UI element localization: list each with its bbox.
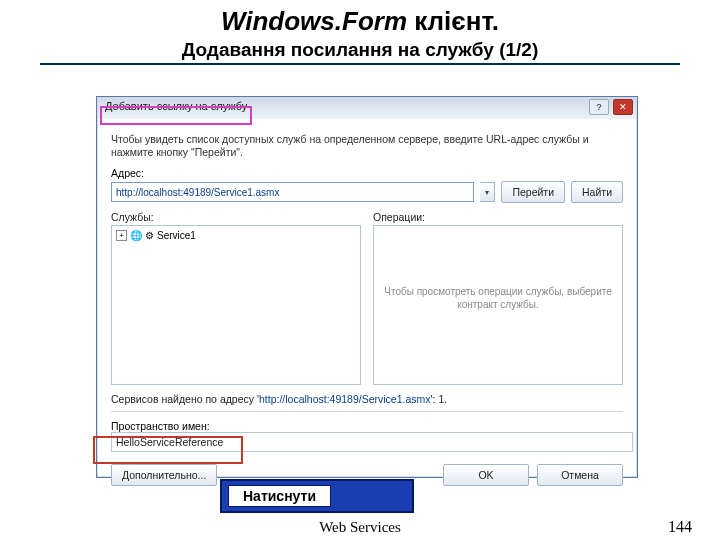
address-label: Адрес: (111, 167, 623, 179)
services-pane[interactable]: + 🌐 ⚙ Service1 (111, 225, 361, 385)
namespace-label: Пространство имен: (111, 420, 623, 432)
cancel-button[interactable]: Отмена (537, 464, 623, 486)
find-button[interactable]: Найти (571, 181, 623, 203)
divider (40, 63, 680, 65)
divider (111, 411, 623, 412)
go-button[interactable]: Перейти (501, 181, 565, 203)
highlight-advanced (93, 436, 243, 464)
close-button[interactable]: ✕ (613, 99, 633, 115)
operations-pane: Чтобы просмотреть операции службы, выбер… (373, 225, 623, 385)
dialog-window: Добавить ссылку на службу ? ✕ Чтобы увид… (96, 96, 638, 478)
callout-box: Натиснути (220, 479, 414, 513)
gear-icon: ⚙ (145, 230, 154, 241)
instruction-text: Чтобы увидеть список доступных служб на … (111, 133, 623, 159)
tree-item[interactable]: + 🌐 ⚙ Service1 (116, 230, 356, 241)
found-text: Сервисов найдено по адресу 'http://local… (111, 393, 623, 405)
help-button[interactable]: ? (589, 99, 609, 115)
globe-icon: 🌐 (130, 230, 142, 241)
expand-icon[interactable]: + (116, 230, 127, 241)
operations-placeholder: Чтобы просмотреть операции службы, выбер… (378, 285, 618, 311)
highlight-title (100, 106, 252, 125)
tree-item-label: Service1 (157, 230, 196, 241)
chevron-down-icon: ▾ (485, 188, 489, 197)
slide-title: Windows.Form клієнт. (0, 6, 720, 37)
advanced-button[interactable]: Дополнительно... (111, 464, 217, 486)
page-number: 144 (668, 518, 692, 536)
help-icon: ? (596, 103, 601, 112)
operations-header: Операции: (373, 211, 623, 223)
slide-subtitle: Додавання посилання на службу (1/2) (0, 39, 720, 61)
services-header: Службы: (111, 211, 361, 223)
address-dropdown[interactable]: ▾ (480, 182, 495, 202)
close-icon: ✕ (619, 103, 627, 112)
address-input[interactable]: http://localhost:49189/Service1.asmx (111, 182, 474, 202)
footer-text: Web Services (319, 519, 401, 536)
callout-label: Натиснути (228, 485, 331, 507)
ok-button[interactable]: OK (443, 464, 529, 486)
